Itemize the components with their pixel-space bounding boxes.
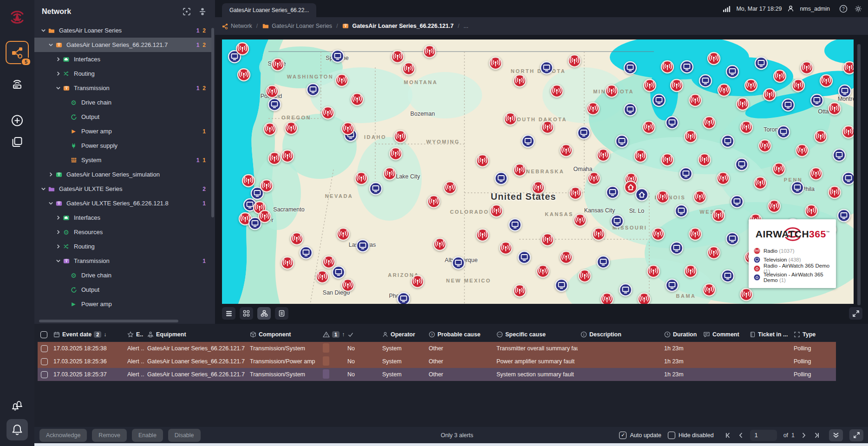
topology-view-icon[interactable] [257,307,271,320]
radio-marker[interactable] [637,292,651,304]
breadcrumb-item[interactable]: GatesAir Loaner Series [262,23,332,29]
radio-marker[interactable] [263,122,277,136]
radio-marker[interactable] [503,112,517,126]
chevron-down-icon[interactable] [39,28,47,33]
radio-marker[interactable] [433,237,447,251]
radio-marker[interactable] [646,264,660,278]
column-header-specific-cause[interactable]: Specific cause [494,331,578,338]
tree-item-gatesair-loaner-series[interactable]: GatesAir Loaner Series12 [34,23,211,38]
map-fullscreen-icon[interactable] [849,307,862,320]
column-header-probable-cause[interactable]: ?Probable cause [426,331,494,338]
radio-marker[interactable] [596,148,610,162]
tree-item-gatesair-loaner-series-66-226-121-7[interactable]: GatesAir Loaner Series_66.226.121.712 [34,38,211,52]
column-header-ticket-in-[interactable]: Ticket in ... [747,331,791,338]
radio-marker[interactable] [660,60,674,74]
sidebar-item-collections[interactable] [11,136,24,148]
radio-marker[interactable] [842,125,854,139]
tree-item-power-supply[interactable]: Power supply [34,138,211,153]
television-marker[interactable] [332,265,346,279]
radio-marker[interactable] [716,171,730,185]
television-marker[interactable] [781,98,795,112]
radio-marker[interactable] [578,269,592,283]
radio-marker[interactable] [427,195,441,209]
television-marker[interactable] [268,98,281,112]
radio-marker[interactable] [237,68,251,82]
radio-marker[interactable] [336,227,350,241]
breadcrumb-item[interactable]: Network [222,23,252,29]
help-icon[interactable]: ? [839,5,848,13]
radio-marker[interactable] [281,149,294,163]
radio-marker[interactable] [684,130,698,144]
television-marker[interactable] [610,214,624,228]
radio-marker[interactable] [321,106,335,120]
radio-marker[interactable] [819,74,833,88]
radio-marker[interactable] [698,153,711,167]
television-marker[interactable] [397,292,411,304]
radio-marker[interactable] [350,92,364,106]
radio-marker[interactable] [258,210,272,223]
radio-marker[interactable] [393,130,407,144]
tree-item-gatesair-ulxte-series-66-226-121-8[interactable]: GatesAir ULXTE Series_66.226.121.81 [34,196,211,210]
username-label[interactable]: nms_admin [800,6,830,12]
television-marker[interactable] [838,84,852,98]
row-checkbox[interactable] [41,345,48,352]
radio-marker[interactable] [315,270,329,284]
tree-item-interfaces[interactable]: Interfaces [34,52,211,66]
radio-marker[interactable] [402,62,416,76]
radio-marker[interactable] [670,79,684,92]
main-vertical-scrollbar[interactable] [857,44,861,305]
television-marker[interactable] [540,61,554,75]
radio-marker[interactable] [660,153,674,167]
radio-marker[interactable] [739,120,753,134]
radio-marker[interactable] [541,233,555,247]
television-marker[interactable] [494,171,508,185]
radio-marker[interactable] [651,227,665,241]
radio-marker[interactable] [773,69,787,83]
radio-marker[interactable] [643,79,657,92]
tree-item-power-amp[interactable]: ▶Power amp1 [34,124,211,138]
alert-row[interactable]: 17.03.2025 18:25:37Alert ...GatesAir Loa… [38,368,836,381]
radio-marker[interactable] [633,149,647,163]
television-marker[interactable] [521,134,535,148]
radio-marker[interactable] [828,102,842,116]
sidebar-item-network-topology[interactable]: 5 [6,41,29,64]
television-marker[interactable] [306,83,320,97]
radio-marker[interactable] [791,79,805,92]
page-number-input[interactable]: 1 [750,430,777,441]
television-marker[interactable] [735,157,749,171]
radio-marker[interactable] [605,84,619,98]
television-marker[interactable] [725,232,739,246]
television-marker[interactable] [331,49,345,63]
television-marker[interactable] [721,269,735,283]
radio-marker[interactable] [281,256,294,270]
radio-marker[interactable] [335,73,349,87]
radio-marker[interactable] [284,121,298,135]
tree-horizontal-scrollbar[interactable] [39,320,178,322]
radio-marker[interactable] [536,264,550,278]
radio-marker[interactable] [341,278,355,292]
tree-item-gatesair-ulxte-series[interactable]: GatesAir ULXTE Series2 [34,182,211,196]
radio-marker[interactable] [587,171,601,185]
breadcrumb-item[interactable]: GatesAir Loaner Series_66.226.121.7 [342,23,453,29]
radio-marker[interactable] [513,284,527,298]
sidebar-item-transmitters[interactable] [10,77,24,91]
row-checkbox[interactable] [41,358,48,365]
radio-marker[interactable] [241,174,255,188]
chevron-down-icon[interactable] [46,42,55,47]
column-header-duration[interactable]: Duration [661,331,700,338]
collapse-panel-icon[interactable] [829,429,843,441]
chevron-down-icon[interactable] [54,85,62,91]
column-header-e-[interactable]: E.. [124,331,144,338]
radio-marker[interactable] [559,144,573,157]
column-header-description[interactable]: Description [578,331,661,338]
radio-marker[interactable] [711,209,725,223]
radio-marker[interactable] [268,151,281,165]
television-marker[interactable] [754,56,768,70]
television-marker[interactable] [606,185,620,199]
radio-marker[interactable] [265,85,279,98]
radio-marker[interactable] [753,176,767,190]
radio-marker[interactable] [828,185,842,199]
radio-marker[interactable] [688,93,702,107]
map-view[interactable]: SeattleSpokaneWASHINGTONPortlandBozemanM… [222,39,854,304]
television-marker[interactable] [670,241,684,255]
